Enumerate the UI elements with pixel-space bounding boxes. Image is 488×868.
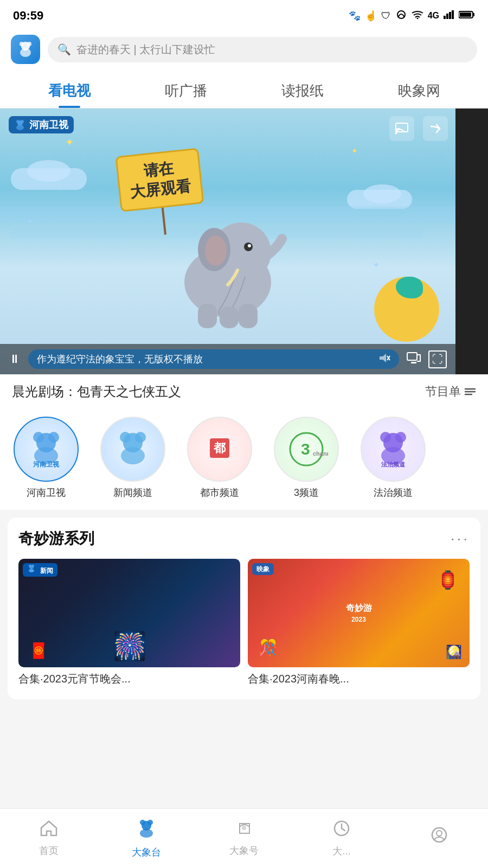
channel-item-3[interactable]: 3 channel 3频道 <box>266 417 347 499</box>
svg-rect-30 <box>407 353 417 360</box>
channel-item-henan[interactable]: 河南卫视 河南卫视 <box>5 417 87 499</box>
channel-item-city[interactable]: 都 都市频道 <box>179 417 260 499</box>
sign-board: 请在大屏观看 <box>115 148 207 239</box>
tab-read-paper[interactable]: 读报纸 <box>244 72 361 108</box>
schedule-label: 节目单 <box>425 384 461 400</box>
svg-point-50 <box>380 432 391 443</box>
sparkle-2: ✦ <box>351 146 358 155</box>
nav-home[interactable]: 首页 <box>0 809 98 868</box>
svg-point-18 <box>395 132 397 135</box>
screen-cast-icon[interactable] <box>407 352 421 366</box>
content-card-1[interactable]: 映象 🏮 🎊 🎑 奇妙游2023 合集·2023河南春晚... <box>248 559 470 688</box>
sparkle-3: ✦ <box>27 217 34 226</box>
video-player[interactable]: 河南卫视 <box>0 108 488 374</box>
signal-bars-icon <box>444 10 454 22</box>
svg-point-1 <box>416 17 418 19</box>
status-time: 09:59 <box>13 9 43 23</box>
tab-listen-radio[interactable]: 听广播 <box>127 72 244 108</box>
channel-logo: 河南卫视 <box>9 116 74 133</box>
svg-text:都: 都 <box>213 441 226 455</box>
channel-name-news: 新闻频道 <box>113 486 152 499</box>
channel-item-news[interactable]: 新闻频道 <box>92 417 174 499</box>
search-icon: 🔍 <box>57 43 71 56</box>
svg-point-65 <box>436 831 442 836</box>
svg-point-43 <box>121 447 145 464</box>
daxiangtai-icon <box>136 819 157 843</box>
svg-rect-2 <box>444 16 446 19</box>
teal-bird-decor <box>396 277 423 298</box>
play-pause-button[interactable]: ⏸ <box>9 352 21 366</box>
tab-yingxiang[interactable]: 映象网 <box>361 72 477 108</box>
search-input-box[interactable]: 🔍 奋进的春天 | 太行山下建设忙 <box>48 37 477 62</box>
nav-da-label: 大... <box>332 845 350 858</box>
svg-point-37 <box>48 432 59 443</box>
nav-da[interactable]: 大... <box>293 809 390 868</box>
share-icon[interactable] <box>423 116 448 141</box>
channel-list: 河南卫视 河南卫视 新闻频道 都 都市频道 <box>0 409 488 510</box>
svg-point-51 <box>395 432 406 443</box>
section-title: 奇妙游系列 <box>18 528 94 549</box>
svg-rect-8 <box>460 12 471 17</box>
channel-logo-news <box>100 417 165 482</box>
channel-logo-henan: 河南卫视 <box>14 417 79 482</box>
video-main-area[interactable]: 河南卫视 <box>0 108 455 374</box>
channel-name-law: 法治频道 <box>374 486 413 499</box>
profile-icon <box>431 826 448 848</box>
channel-item-law[interactable]: 法治频道 法治频道 <box>352 417 434 499</box>
svg-point-15 <box>21 120 24 123</box>
svg-text:3: 3 <box>301 440 310 458</box>
svg-point-61 <box>140 829 153 838</box>
svg-point-62 <box>242 826 246 830</box>
video-top-icons <box>389 116 448 141</box>
thumb-logo-news: 新闻 <box>23 563 57 577</box>
4g-label: 4G <box>428 11 439 21</box>
more-button[interactable]: ··· <box>451 530 470 547</box>
svg-point-41 <box>120 432 131 443</box>
svg-rect-31 <box>411 362 416 363</box>
nav-daxianghao[interactable]: 大象号 <box>195 809 293 868</box>
nav-daxiangtai[interactable]: 大象台 <box>98 809 195 868</box>
svg-text:channel: channel <box>313 450 328 457</box>
svg-rect-25 <box>198 304 217 328</box>
svg-point-57 <box>29 569 34 572</box>
svg-text:法治频道: 法治频道 <box>381 461 406 468</box>
svg-point-24 <box>248 244 251 247</box>
svg-point-59 <box>140 820 145 825</box>
svg-text:河南卫视: 河南卫视 <box>33 461 60 468</box>
video-side-panel <box>455 108 488 374</box>
da-icon <box>333 820 350 841</box>
svg-point-56 <box>32 565 34 567</box>
svg-point-55 <box>29 565 31 567</box>
svg-rect-7 <box>473 13 474 16</box>
paw-icon: 🐾 <box>349 10 361 22</box>
nav-home-label: 首页 <box>39 844 59 857</box>
search-bar-container: 🔍 奋进的春天 | 太行山下建设忙 <box>0 29 488 72</box>
video-controls: ⏸ 作为遵纪守法的象宝宝，无版权不播放 ⛶ <box>0 344 455 374</box>
cast-screen-icon[interactable] <box>389 116 414 141</box>
program-info-bar: 晨光剧场：包青天之七侠五义 节目单 <box>0 374 488 409</box>
subtitle-display: 作为遵纪守法的象宝宝，无版权不播放 <box>28 349 399 369</box>
fullscreen-button[interactable]: ⛶ <box>428 350 447 368</box>
thumb-logo-yingxiang: 映象 <box>252 563 274 575</box>
channel-name-henan: 河南卫视 <box>27 486 66 499</box>
mute-icon[interactable] <box>378 353 390 366</box>
status-icons: 🐾 ☝ 🛡 4G <box>349 10 475 22</box>
thumb-fireworks: 新闻 🎆 🧧 <box>18 559 240 667</box>
content-card-0[interactable]: 新闻 🎆 🧧 合集·2023元宵节晚会... <box>18 559 240 688</box>
svg-point-60 <box>147 820 153 825</box>
channel-logo-law: 法治频道 <box>361 417 426 482</box>
tab-watch-tv[interactable]: 看电视 <box>11 72 127 108</box>
channel-logo-city: 都 <box>187 417 252 482</box>
nav-profile[interactable] <box>390 809 488 868</box>
schedule-button[interactable]: 节目单 <box>425 384 476 400</box>
wifi-icon <box>412 10 423 22</box>
app-logo[interactable] <box>11 35 40 64</box>
daxianghao-icon <box>235 820 253 841</box>
svg-point-36 <box>33 432 44 443</box>
signal-icon <box>395 10 407 22</box>
svg-point-22 <box>205 235 227 266</box>
program-title: 晨光剧场：包青天之七侠五义 <box>12 383 181 400</box>
sparkle-1: ✦ <box>65 136 74 149</box>
hand-icon: ☝ <box>365 10 377 22</box>
thumb-festival: 映象 🏮 🎊 🎑 奇妙游2023 <box>248 559 470 667</box>
